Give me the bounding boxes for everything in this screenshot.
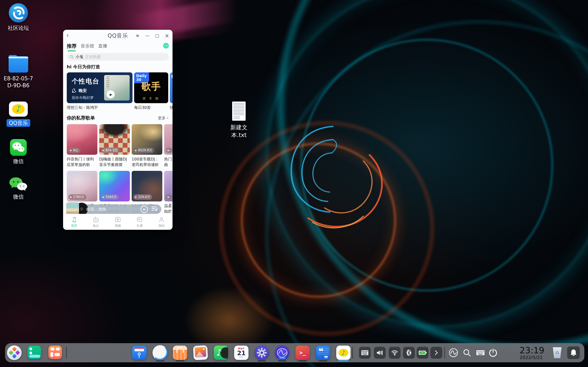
search-placeholder: 正在热搜	[85, 54, 101, 59]
task-view-icon[interactable]	[27, 346, 41, 359]
playlist-caption: 抖音热门丨便利店里常放的歌	[67, 156, 97, 168]
trash-icon[interactable]: ♻	[552, 347, 562, 359]
nav-home[interactable]: ♫ 首页	[63, 214, 85, 230]
desktop-icon-wechat[interactable]: 微信	[3, 139, 34, 165]
personal-radio-card[interactable]: 个性电台 晚安 祝你今晚好梦 ▶	[67, 72, 132, 103]
dock-qq-music-icon[interactable]: ♪	[336, 346, 351, 360]
nav-mine[interactable]: 我的	[151, 214, 173, 230]
search-tray-icon[interactable]	[461, 347, 473, 359]
volume-icon[interactable]	[374, 347, 386, 359]
desktop-icon-folder[interactable]: E8-82-05-7D-9D-B6	[3, 55, 34, 89]
file-label: 新建文本.txt	[229, 124, 249, 139]
menu-button[interactable]: ≡	[135, 33, 140, 38]
mini-player-bar[interactable]: 春泥 - 池鱼 ▶	[70, 205, 161, 214]
playlist-caption: DJ嗨曲丨跟随DJ音乐节奏摇摆	[99, 156, 130, 168]
play-icon: ▶	[70, 149, 72, 152]
playlist-queue-icon[interactable]	[151, 206, 158, 212]
play-icon: ▶	[168, 196, 169, 198]
running-indicator	[298, 360, 307, 361]
home-music-icon: ♫	[71, 216, 77, 223]
running-indicator	[176, 360, 184, 361]
bluetooth-icon[interactable]	[403, 347, 415, 359]
banner-caption[interactable]: 每日30首	[134, 105, 168, 110]
play-count-badge: ▶	[166, 194, 173, 200]
dock-browser-icon[interactable]	[153, 345, 168, 360]
chat-bubble-icon	[136, 216, 143, 223]
text-file-icon	[232, 101, 246, 121]
tray-expand-icon[interactable]	[430, 347, 442, 359]
wechat-icon	[9, 177, 28, 191]
play-icon: ▶	[168, 149, 169, 152]
dock-system-monitor-icon[interactable]: CPU	[275, 346, 289, 360]
running-indicator	[319, 360, 327, 361]
dock-separator	[444, 347, 445, 359]
deepin-spiral-logo	[272, 120, 386, 234]
playlist-card[interactable]: ▶ 温柔 灿烂	[164, 171, 173, 215]
notifications-bell-icon[interactable]	[567, 346, 580, 359]
running-indicator	[156, 360, 164, 361]
player-play-button[interactable]: ▶	[140, 206, 148, 213]
power-icon[interactable]	[487, 347, 499, 359]
playlist-card[interactable]: ▶6亿 抖音热门丨便利店里常放的歌	[67, 124, 97, 168]
icon-label: E8-82-05-7D-9D-B6	[3, 75, 34, 89]
banner-caption[interactable]: 快听	[170, 105, 173, 110]
play-button[interactable]: ▶	[107, 90, 115, 99]
active-indicator	[338, 360, 349, 361]
battery-charging-icon[interactable]	[417, 347, 429, 359]
more-link[interactable]: 更多 ›	[158, 115, 168, 121]
desktop-icon-community-forum[interactable]: 社区论坛	[3, 3, 34, 31]
tab-recommend[interactable]: 推荐	[67, 43, 77, 49]
dock-terminal-icon[interactable]: >_	[295, 346, 310, 360]
app-grid-icon[interactable]	[48, 346, 62, 359]
desktop-icon-wechat-alt[interactable]: 微信	[3, 177, 34, 200]
search-keyword: 小鬼	[76, 54, 83, 59]
dock-calendar-icon[interactable]: MAY21SAT	[234, 346, 249, 360]
tab-live[interactable]: 直播	[98, 43, 107, 49]
back-button[interactable]: ‹	[66, 32, 69, 38]
playlist-card[interactable]: ▶676.5万 DJ嗨曲丨跟随DJ音乐节奏摇摆	[99, 124, 130, 168]
playlist-card[interactable]: ▶ 热门 曲	[164, 124, 173, 168]
banner-caption[interactable]: 理想三旬 - 陈鸿宇	[67, 105, 132, 110]
playlist-card[interactable]: ▶8529.8万 100首车载DJ：老司机带你逮虾户	[132, 124, 162, 168]
bottom-nav: ♫ 首页 电台 视频 扑通 我的	[63, 214, 173, 230]
onscreen-keyboard-icon[interactable]	[475, 347, 486, 359]
dock-music-icon[interactable]: ♪	[214, 346, 228, 360]
playlist-cover: ▶	[164, 124, 173, 155]
nav-putong[interactable]: 扑通	[129, 214, 151, 230]
dock-wps-icon[interactable]: ❝❞	[316, 346, 330, 360]
system-monitor-tray-icon[interactable]	[448, 347, 459, 359]
nav-video[interactable]: 视频	[107, 214, 129, 230]
input-method-icon[interactable]	[359, 347, 371, 359]
singer-art-text: 歌手	[134, 80, 168, 93]
daily-30-card[interactable]: Daily30 歌手 第 8 期	[134, 72, 168, 103]
issue-label: 第 8 期	[134, 97, 168, 100]
launcher-icon[interactable]	[7, 345, 22, 360]
wechat-icon	[10, 139, 27, 156]
nav-radio[interactable]: 电台	[85, 214, 107, 230]
desktop-icon-qq-music[interactable]: ♪ QQ音乐	[3, 101, 34, 127]
goodnight-moon-icon	[72, 88, 77, 93]
wifi-icon[interactable]	[389, 347, 401, 359]
dock-app-store-icon[interactable]	[173, 346, 187, 360]
play-icon: ▶	[103, 149, 104, 152]
close-button[interactable]: ×	[165, 33, 169, 39]
running-indicator	[258, 360, 266, 361]
playlists-heading: 你的私荐歌单	[67, 115, 95, 121]
search-input[interactable]: 小鬼 正在热搜	[67, 53, 169, 60]
today-heading: hi 今日为你打造	[67, 64, 173, 70]
minimize-button[interactable]: —	[145, 33, 150, 38]
dock-clock[interactable]: 23:19 2022/5/21	[520, 346, 554, 360]
playlist-caption: 热门 曲	[164, 156, 173, 168]
quick-listen-card[interactable]	[170, 72, 173, 103]
playlist-cover: ▶6亿	[67, 124, 97, 155]
dock-files-icon[interactable]	[132, 346, 146, 360]
dock-settings-icon[interactable]	[255, 346, 269, 360]
dock-gallery-icon[interactable]	[193, 345, 208, 360]
top-tabs: 推荐 音乐馆 直播 ♪	[63, 42, 173, 50]
forum-icon	[9, 3, 28, 22]
listen-avatar-icon[interactable]: ♪	[163, 43, 169, 49]
desktop-file-txt[interactable]: 新建文本.txt	[224, 101, 254, 139]
tab-music-hall[interactable]: 音乐馆	[81, 43, 94, 49]
play-icon: ▶	[135, 196, 137, 198]
maximize-button[interactable]: □	[155, 33, 159, 38]
